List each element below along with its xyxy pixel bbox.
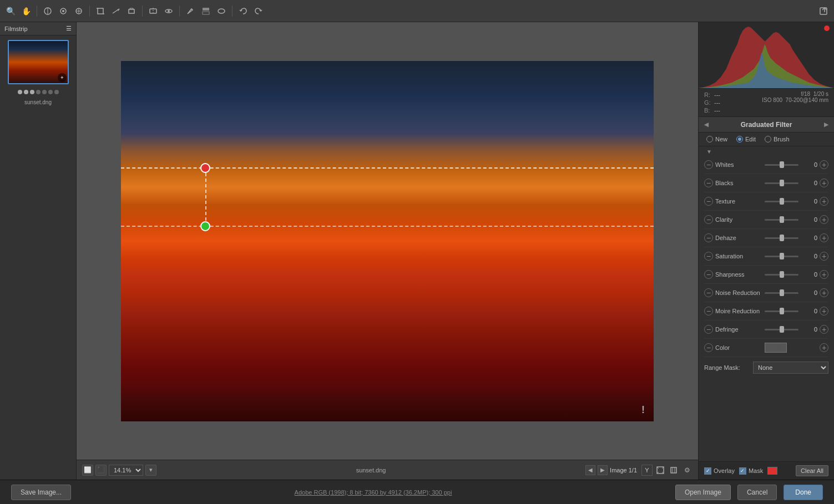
filter-dot-red[interactable] xyxy=(200,163,210,173)
noise-reduction-thumb[interactable] xyxy=(780,289,784,296)
dehaze-thumb[interactable] xyxy=(780,235,784,241)
white-balance-tool[interactable] xyxy=(42,5,54,17)
defringe-minus-btn[interactable]: − xyxy=(704,325,713,334)
overlay-checkbox[interactable] xyxy=(704,467,711,475)
zoom-tool[interactable]: 🔍 xyxy=(4,5,17,17)
crop-tool[interactable] xyxy=(94,5,107,17)
done-button[interactable]: Done xyxy=(784,485,823,500)
texture-thumb[interactable] xyxy=(780,198,784,205)
spot-removal-tool[interactable] xyxy=(147,5,159,17)
radio-new[interactable]: New xyxy=(706,136,727,142)
dehaze-plus-btn[interactable]: + xyxy=(820,233,828,242)
saturation-track[interactable] xyxy=(765,252,798,261)
saturation-track-bg xyxy=(765,256,798,257)
clarity-thumb[interactable] xyxy=(780,216,784,223)
blacks-label: Blacks xyxy=(715,180,762,186)
radial-filter-tool[interactable] xyxy=(215,5,228,17)
blacks-minus-btn[interactable]: − xyxy=(704,179,713,187)
canvas-toolbar-icons: Y ⚙ xyxy=(641,465,693,476)
defringe-label: Defringe xyxy=(715,326,762,333)
defringe-plus-btn[interactable]: + xyxy=(820,325,828,334)
cancel-button[interactable]: Cancel xyxy=(737,485,777,500)
adjustment-brush-tool[interactable] xyxy=(184,5,196,17)
texture-track[interactable] xyxy=(765,197,798,206)
fit-icon[interactable] xyxy=(655,465,666,476)
targeted-adjustment-tool[interactable] xyxy=(73,5,85,17)
dehaze-minus-btn[interactable]: − xyxy=(704,233,713,242)
straighten-tool[interactable] xyxy=(110,5,122,17)
color-minus-btn[interactable]: − xyxy=(704,343,713,352)
clear-all-button[interactable]: Clear All xyxy=(796,465,828,476)
moire-reduction-plus-btn[interactable]: + xyxy=(820,307,828,315)
blacks-thumb[interactable] xyxy=(780,180,784,186)
whites-thumb[interactable] xyxy=(780,161,784,168)
panel-collapse-right[interactable]: ▶ xyxy=(824,121,828,128)
dehaze-track[interactable] xyxy=(765,233,798,242)
radio-brush[interactable]: Brush xyxy=(765,136,790,142)
texture-minus-btn[interactable]: − xyxy=(704,197,713,206)
sharpness-track[interactable] xyxy=(765,270,798,279)
sharpness-thumb[interactable] xyxy=(780,271,784,278)
zoom-dropdown-btn[interactable]: ▾ xyxy=(145,465,156,476)
fit-view-btn[interactable]: ⬜ xyxy=(82,465,93,476)
filter-dot-green[interactable] xyxy=(200,221,210,231)
blacks-track[interactable] xyxy=(765,179,798,187)
zoom-select[interactable]: 14.1% xyxy=(109,465,143,476)
noise-reduction-minus-btn[interactable]: − xyxy=(704,288,713,297)
save-image-button[interactable]: Save Image... xyxy=(11,485,71,500)
blacks-plus-btn[interactable]: + xyxy=(820,179,828,187)
next-image-btn[interactable]: ▶ xyxy=(598,465,608,475)
noise-reduction-track[interactable] xyxy=(765,288,798,297)
filmstrip-thumbnail[interactable]: ✦ xyxy=(8,40,69,84)
radio-edit[interactable]: Edit xyxy=(736,136,756,142)
moire-reduction-minus-btn[interactable]: − xyxy=(704,307,713,315)
color-swatch[interactable]: ✕ ✕ xyxy=(765,343,787,353)
mask-checkbox-item[interactable]: Mask xyxy=(739,467,763,475)
export-icon[interactable] xyxy=(817,5,830,17)
clarity-plus-btn[interactable]: + xyxy=(820,215,828,224)
slider-row-saturation: − Saturation 0 + xyxy=(699,248,834,264)
range-mask-select[interactable]: None Color Luminance xyxy=(753,362,828,374)
filmstrip-menu-icon[interactable]: ☰ xyxy=(66,25,72,32)
moire-reduction-track[interactable] xyxy=(765,307,798,315)
y-icon[interactable]: Y xyxy=(641,465,653,476)
graduated-filter-tool[interactable] xyxy=(200,5,212,17)
saturation-plus-btn[interactable]: + xyxy=(820,252,828,261)
saturation-thumb[interactable] xyxy=(780,253,784,259)
whites-plus-btn[interactable]: + xyxy=(820,160,828,169)
whites-track[interactable] xyxy=(765,160,798,169)
defringe-thumb[interactable] xyxy=(780,326,784,333)
redo-btn[interactable] xyxy=(252,5,265,17)
moire-reduction-thumb[interactable] xyxy=(780,308,784,314)
transform-tool[interactable] xyxy=(125,5,138,17)
defringe-track[interactable] xyxy=(765,325,798,334)
sharpness-minus-btn[interactable]: − xyxy=(704,270,713,279)
red-eye-tool[interactable] xyxy=(163,5,175,17)
texture-plus-btn[interactable]: + xyxy=(820,197,828,206)
status-link[interactable]: Adobe RGB (1998); 8 bit; 7360 by 4912 (3… xyxy=(295,489,452,496)
overlay-checkbox-item[interactable]: Overlay xyxy=(704,467,735,475)
panel-header: ◀ Graduated Filter ▶ xyxy=(699,117,834,133)
mask-checkbox[interactable] xyxy=(739,467,746,475)
whites-minus-btn[interactable]: − xyxy=(704,160,713,169)
clarity-minus-btn[interactable]: − xyxy=(704,215,713,224)
sharpness-plus-btn[interactable]: + xyxy=(820,270,828,279)
open-image-button[interactable]: Open Image xyxy=(675,485,731,500)
undo-btn[interactable] xyxy=(237,5,249,17)
mask-label: Mask xyxy=(749,467,763,474)
saturation-minus-btn[interactable]: − xyxy=(704,252,713,261)
range-mask-row: Range Mask: None Color Luminance xyxy=(699,358,834,377)
hand-tool[interactable]: ✋ xyxy=(20,5,32,17)
section-expand-row[interactable]: ▼ xyxy=(699,146,834,157)
panel-collapse-left[interactable]: ◀ xyxy=(704,121,709,128)
settings-icon[interactable]: ⚙ xyxy=(681,465,693,476)
clarity-track[interactable] xyxy=(765,215,798,224)
full-view-btn[interactable]: ⬛ xyxy=(95,465,107,476)
zoom-fit-icon[interactable] xyxy=(668,465,679,476)
prev-image-btn[interactable]: ◀ xyxy=(585,465,595,475)
noise-reduction-value: 0 xyxy=(801,289,817,296)
mask-color-swatch[interactable] xyxy=(767,467,777,475)
color-plus-btn[interactable]: + xyxy=(820,343,828,352)
color-sampler-tool[interactable] xyxy=(57,5,69,17)
noise-reduction-plus-btn[interactable]: + xyxy=(820,288,828,297)
